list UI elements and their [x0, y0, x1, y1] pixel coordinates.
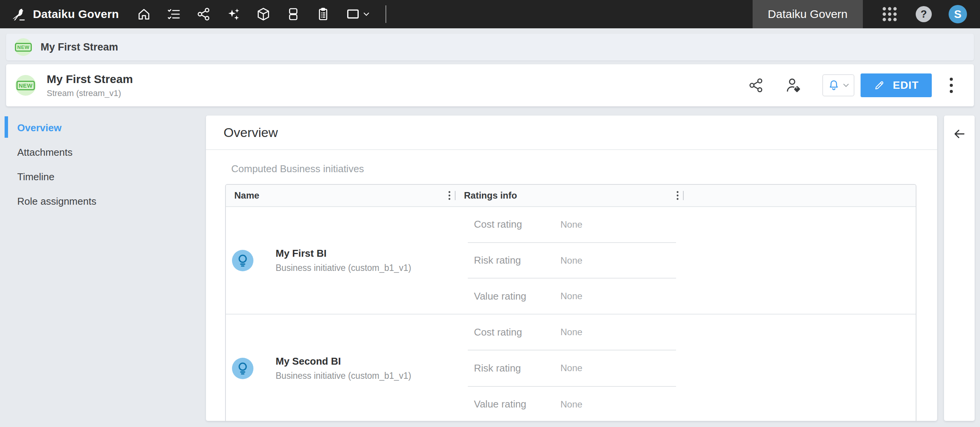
hierarchy-icon — [748, 77, 764, 93]
window-icon — [346, 7, 360, 21]
grid-icon — [881, 6, 898, 23]
rating-value: None — [560, 219, 582, 230]
nav-clipboard[interactable] — [316, 7, 330, 21]
nav-cube[interactable] — [256, 7, 271, 21]
column-menu-button[interactable] — [444, 189, 455, 202]
rating-value: None — [560, 363, 582, 373]
lightbulb-icon — [232, 358, 253, 379]
nav-home[interactable] — [137, 7, 151, 21]
apps-grid-button[interactable] — [881, 6, 898, 23]
section-label: Computed Business initiatives — [231, 163, 916, 175]
nav-network[interactable] — [196, 7, 211, 21]
sidebar-item-label: Role assignments — [17, 196, 96, 207]
sparkles-icon — [226, 7, 241, 21]
sidebar-item-overview[interactable]: Overview — [0, 116, 206, 140]
checklist-icon — [167, 7, 181, 21]
bi-name-cell[interactable]: My First BI Business initiative (custom_… — [226, 207, 456, 314]
top-navbar: Dataiku Govern — [0, 0, 980, 28]
breadcrumb-item[interactable]: My First Stream — [41, 41, 118, 53]
nav-divider — [385, 5, 386, 23]
hierarchy-button[interactable] — [748, 77, 764, 93]
table-row: My First BI Business initiative (custom_… — [226, 207, 916, 315]
notifications-button[interactable] — [822, 74, 854, 96]
chevron-down-icon — [363, 12, 369, 16]
role-assignment-button[interactable] — [785, 77, 802, 94]
network-icon — [196, 7, 211, 21]
bi-name: My Second BI — [276, 355, 341, 367]
rating-label: Value rating — [474, 398, 560, 410]
rating-row: Cost rating None — [468, 315, 676, 350]
rating-label: Cost rating — [474, 326, 560, 338]
sidebar-item-attachments[interactable]: Attachments — [0, 140, 206, 165]
object-title-block: My First Stream Stream (stream_v1) — [47, 73, 133, 98]
ratings-cell: Cost rating None Risk rating None Value … — [456, 315, 684, 421]
rating-row: Value rating None — [468, 387, 676, 421]
user-tag-icon — [785, 77, 802, 94]
column-header-ratings: Ratings info — [456, 185, 684, 206]
nav-sparkles[interactable] — [226, 7, 241, 21]
column-label: Name — [234, 190, 259, 201]
column-label: Ratings info — [464, 190, 517, 201]
breadcrumb: NEW My First Stream — [6, 34, 974, 60]
ratings-cell: Cost rating None Risk rating None Value … — [456, 207, 684, 314]
rating-value: None — [560, 291, 582, 302]
edit-button-label: EDIT — [893, 79, 919, 91]
expand-details-button[interactable] — [952, 127, 966, 141]
overview-panel: Overview Computed Business initiatives N… — [206, 116, 937, 421]
question-mark-icon: ? — [921, 8, 927, 20]
selected-app-tab[interactable]: Dataiku Govern — [753, 0, 863, 28]
rating-value: None — [560, 399, 582, 410]
active-indicator — [5, 116, 8, 138]
sidebar-item-timeline[interactable]: Timeline — [0, 165, 206, 189]
rating-row: Cost rating None — [468, 207, 676, 243]
new-badge-icon: NEW — [15, 38, 32, 56]
brand[interactable]: Dataiku Govern — [0, 5, 119, 23]
navbar-right: Dataiku Govern ? S — [753, 0, 980, 28]
sidebar-item-label: Timeline — [17, 171, 54, 183]
rating-label: Value rating — [474, 290, 560, 302]
table-row: My Second BI Business initiative (custom… — [226, 315, 916, 421]
rating-label: Risk rating — [474, 254, 560, 266]
edit-button[interactable]: EDIT — [861, 73, 932, 97]
business-initiatives-table: Name Ratings info — [225, 184, 916, 421]
cards-icon — [286, 7, 301, 21]
column-menu-button[interactable] — [672, 189, 683, 202]
nav-window-dropdown[interactable] — [346, 7, 369, 21]
nav-cards[interactable] — [286, 7, 301, 21]
sidebar-item-label: Attachments — [17, 147, 73, 158]
rating-label: Cost rating — [474, 218, 560, 230]
bi-type: Business initiative (custom_b1_v1) — [276, 263, 411, 273]
main-nav — [137, 7, 369, 21]
panel-title: Overview — [224, 125, 278, 140]
user-avatar[interactable]: S — [949, 5, 967, 23]
panel-header: Overview — [206, 116, 937, 150]
home-icon — [137, 7, 151, 21]
column-header-empty — [684, 185, 916, 206]
new-badge-icon: NEW — [15, 75, 36, 96]
column-header-name: Name — [226, 185, 456, 206]
sidebar-item-role-assignments[interactable]: Role assignments — [0, 189, 206, 214]
app-title: Dataiku Govern — [33, 8, 119, 21]
pencil-icon — [874, 80, 885, 91]
arrow-left-icon — [952, 127, 966, 141]
rating-label: Risk rating — [474, 362, 560, 374]
bi-type: Business initiative (custom_b1_v1) — [276, 371, 411, 381]
rating-row: Risk rating None — [468, 243, 676, 279]
nav-checklist[interactable] — [167, 7, 181, 21]
more-actions-button[interactable] — [947, 75, 956, 96]
chevron-down-icon — [843, 83, 849, 88]
bi-name-cell[interactable]: My Second BI Business initiative (custom… — [226, 315, 456, 421]
object-header: NEW My First Stream Stream (stream_v1) — [6, 64, 974, 106]
table-header: Name Ratings info — [226, 185, 916, 207]
header-actions: EDIT — [748, 73, 959, 97]
rating-row: Value rating None — [468, 279, 676, 314]
section-sidebar: Overview Attachments Timeline Role assig… — [0, 116, 206, 214]
rating-value: None — [560, 327, 582, 337]
help-button[interactable]: ? — [916, 6, 932, 22]
empty-cell — [684, 207, 916, 314]
details-side-panel: Details — [944, 116, 975, 421]
cube-icon — [256, 7, 271, 21]
kebab-menu-icon — [949, 77, 953, 94]
avatar-initial: S — [954, 8, 961, 21]
rating-value: None — [560, 255, 582, 266]
